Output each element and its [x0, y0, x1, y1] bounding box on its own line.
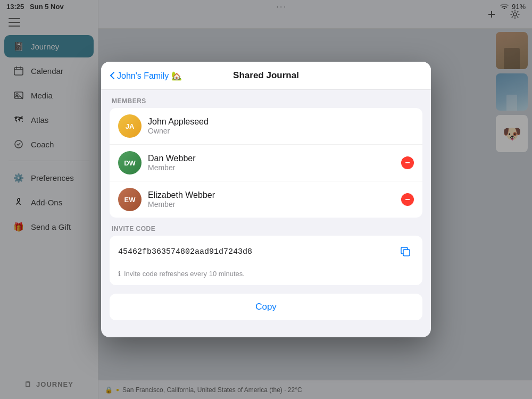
member-row-elizabeth: EW Elizabeth Webber Member − [110, 181, 422, 218]
member-name-john: John Appleseed [148, 117, 414, 127]
modal-back-button[interactable]: John's Family 🏡 [110, 71, 182, 81]
member-info-john: John Appleseed Owner [148, 117, 414, 135]
member-name-elizabeth: Elizabeth Webber [148, 190, 395, 200]
modal-header: John's Family 🏡 Shared Journal [101, 62, 431, 90]
member-role-dan: Member [148, 163, 395, 172]
member-row-john: JA John Appleseed Owner [110, 108, 422, 145]
avatar-elizabeth: EW [118, 188, 142, 211]
member-role-john: Owner [148, 127, 414, 135]
copy-button[interactable]: Copy [110, 294, 422, 320]
back-label: John's Family 🏡 [117, 71, 182, 81]
remove-elizabeth-button[interactable]: − [401, 193, 414, 206]
avatar-dan: DW [118, 151, 142, 174]
remove-dan-button[interactable]: − [401, 156, 414, 169]
member-name-dan: Dan Webber [148, 154, 395, 163]
invite-note: ℹ Invite code refreshes every 10 minutes… [110, 268, 422, 285]
invite-code-section-label: INVITE CODE [101, 218, 431, 236]
avatar-john: JA [118, 114, 142, 138]
members-list: JA John Appleseed Owner DW Dan Webber Me… [110, 108, 422, 218]
member-info-elizabeth: Elizabeth Webber Member [148, 190, 395, 209]
info-icon: ℹ [118, 270, 121, 278]
members-section-label: MEMBERS [101, 90, 431, 108]
modal-title: Shared Journal [233, 70, 299, 81]
member-info-dan: Dan Webber Member [148, 154, 395, 172]
invite-code-row: 45462fb363574802aad91d7243d8 [110, 236, 422, 268]
member-row-dan: DW Dan Webber Member − [110, 145, 422, 181]
invite-note-text: Invite code refreshes every 10 minutes. [124, 270, 245, 278]
copy-icon-button[interactable] [397, 243, 414, 260]
member-role-elizabeth: Member [148, 200, 395, 209]
invite-code-text: 45462fb363574802aad91d7243d8 [118, 247, 397, 256]
modal-footer-space [101, 329, 431, 337]
svg-rect-13 [403, 250, 410, 256]
modal-dialog: John's Family 🏡 Shared Journal MEMBERS J… [101, 62, 431, 337]
invite-code-card: 45462fb363574802aad91d7243d8 ℹ Invite co… [110, 236, 422, 285]
copy-button-container: Copy [110, 294, 422, 320]
modal-overlay: John's Family 🏡 Shared Journal MEMBERS J… [0, 0, 532, 399]
